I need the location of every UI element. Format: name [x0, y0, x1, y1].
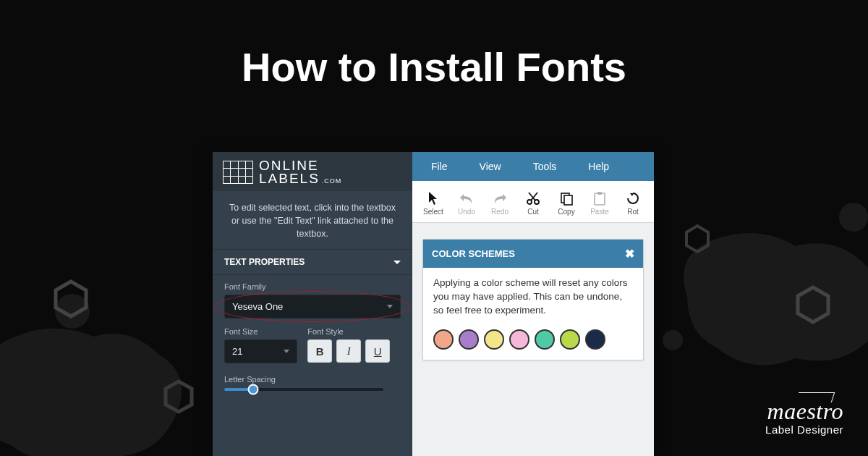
tool-select[interactable]: Select: [418, 190, 448, 216]
page-title: How to Install Fonts: [0, 43, 868, 90]
swatch-4[interactable]: [509, 329, 529, 350]
hexagon-decoration: [684, 224, 710, 253]
tool-paste[interactable]: Paste: [584, 190, 615, 216]
close-icon[interactable]: ✖: [625, 247, 634, 261]
svg-marker-6: [686, 226, 708, 252]
hexagon-decoration: [796, 285, 830, 324]
logo-line2: LABELS: [259, 172, 320, 185]
font-family-value: Yeseva One: [232, 301, 283, 312]
svg-point-1: [839, 203, 868, 232]
svg-rect-13: [595, 193, 605, 205]
font-size-select[interactable]: 21: [224, 339, 297, 363]
italic-button[interactable]: I: [336, 339, 361, 363]
swatch-2[interactable]: [459, 329, 479, 350]
section-title: TEXT PROPERTIES: [224, 257, 305, 267]
tool-undo[interactable]: Undo: [451, 190, 482, 216]
letter-spacing-slider[interactable]: [224, 388, 383, 391]
svg-rect-14: [597, 192, 602, 195]
chevron-down-icon: [284, 350, 289, 353]
paste-icon: [593, 190, 606, 206]
hexagon-decoration: [54, 279, 88, 318]
logo: ONLINE LABELS.COM: [213, 152, 412, 191]
panel-body-text: Applying a color scheme will reset any c…: [423, 268, 643, 326]
scissors-icon: [526, 190, 540, 206]
svg-rect-12: [564, 195, 572, 205]
font-style-label: Font Style: [307, 327, 401, 336]
logo-suffix: .COM: [322, 178, 342, 185]
canvas-area: COLOR SCHEMES ✖ Applying a color scheme …: [412, 223, 654, 456]
panel-title: COLOR SCHEMES: [432, 248, 515, 259]
panel-header: COLOR SCHEMES ✖: [423, 240, 643, 268]
color-swatches: [423, 326, 643, 360]
font-family-label: Font Family: [224, 282, 401, 291]
brand-sub: Label Designer: [765, 423, 843, 436]
menubar: File View Tools Help: [412, 152, 654, 181]
app-window: ONLINE LABELS.COM To edit selected text,…: [213, 152, 654, 456]
menu-help[interactable]: Help: [572, 153, 625, 180]
text-properties-header[interactable]: TEXT PROPERTIES: [213, 249, 412, 275]
slider-thumb[interactable]: [247, 384, 258, 395]
underline-button[interactable]: U: [365, 339, 390, 363]
letter-spacing-label: Letter Spacing: [224, 375, 401, 384]
hexagon-decoration: [163, 379, 194, 414]
tool-copy[interactable]: Copy: [551, 190, 582, 216]
swatch-6[interactable]: [560, 329, 580, 350]
undo-icon: [459, 190, 474, 206]
svg-point-2: [663, 330, 683, 350]
sidebar-help-text: To edit selected text, click into the te…: [213, 191, 412, 249]
menu-file[interactable]: File: [415, 153, 464, 180]
rotate-icon: [626, 190, 640, 206]
tool-rotate[interactable]: Rot: [618, 190, 648, 216]
font-family-select[interactable]: Yeseva One: [224, 295, 401, 318]
swatch-5[interactable]: [535, 329, 555, 350]
font-size-label: Font Size: [224, 327, 297, 336]
swatch-1[interactable]: [433, 329, 454, 350]
font-size-value: 21: [232, 346, 242, 357]
swatch-3[interactable]: [484, 329, 504, 350]
swatch-7[interactable]: [585, 329, 605, 350]
logo-grid-icon: [223, 161, 253, 184]
toolbar: Select Undo Redo Cut Copy Paste: [412, 181, 654, 223]
chevron-down-icon: [387, 305, 393, 308]
color-schemes-panel: COLOR SCHEMES ✖ Applying a color scheme …: [422, 239, 644, 360]
cursor-icon: [427, 190, 439, 206]
sidebar: ONLINE LABELS.COM To edit selected text,…: [213, 152, 412, 456]
menu-tools[interactable]: Tools: [517, 153, 573, 180]
main-area: File View Tools Help Select Undo Redo Cu…: [412, 152, 654, 456]
copy-icon: [559, 190, 574, 206]
redo-icon: [493, 190, 507, 206]
tool-cut[interactable]: Cut: [518, 190, 548, 216]
chevron-down-icon: [393, 261, 401, 264]
svg-marker-3: [56, 282, 86, 316]
tool-redo[interactable]: Redo: [485, 190, 515, 216]
svg-marker-4: [166, 381, 192, 412]
menu-view[interactable]: View: [464, 153, 517, 180]
bold-button[interactable]: B: [307, 339, 332, 363]
maestro-logo: maestro Label Designer: [765, 398, 843, 436]
svg-marker-5: [798, 287, 828, 322]
